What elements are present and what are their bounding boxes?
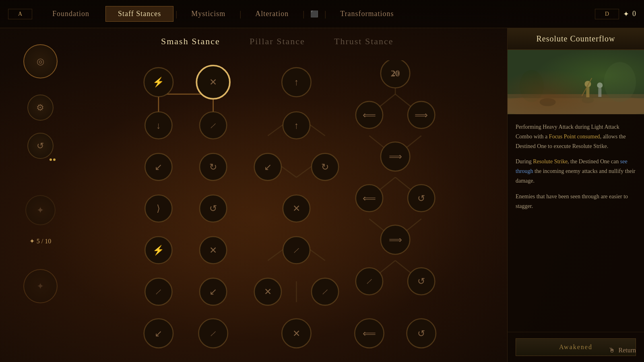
svg-rect-69 [508,50,644,114]
left-sidebar: ◎ ⚙ ↺ ✦ ✦ 5 / 10 ✦ [0,28,80,362]
sidebar-node-2[interactable]: ↺ [27,133,54,159]
pillar-node-2a[interactable]: ↙ [254,153,281,180]
svg-text:⟹: ⟹ [389,151,402,162]
node-dot-1 [50,158,52,161]
thrust-node-2[interactable]: ⟹ [381,142,410,171]
smash-node-2a[interactable]: ↓ [145,112,172,139]
sidebar-bottom-icon: ✦ [37,281,44,292]
nav-corner-right: D [595,9,619,19]
smash-node-6a[interactable]: ⟋ [145,278,172,305]
character-icon: ◎ [23,44,58,78]
desc-2-start: During [516,158,533,165]
smash-node-6b[interactable]: ↙ [200,278,227,305]
svg-rect-74 [508,98,644,114]
pillar-node-5b[interactable]: ⟋ [312,278,339,305]
svg-text:⟋: ⟋ [154,286,163,297]
svg-rect-81 [598,88,601,97]
panel-description: Performing Heavy Attack during Light Att… [508,114,644,332]
svg-text:20: 20 [392,70,399,77]
pillar-node-5a[interactable]: ✕ [254,278,281,305]
nav-item-foundation[interactable]: Foundation [40,6,101,21]
nav-separator-2: | [173,9,179,19]
smash-node-5b[interactable]: ✕ [200,237,227,263]
svg-text:↑: ↑ [294,120,299,131]
sidebar-node-1-icon: ⚙ [36,103,44,113]
svg-text:✕: ✕ [264,286,272,297]
desc-2-end: the incoming enemy attacks and nullify t… [516,168,635,184]
desc-paragraph-3: Enemies that have been seen through are … [516,192,636,211]
nav-item-mysticism[interactable]: Mysticism [179,6,237,21]
panel-scene-svg [508,50,644,114]
pillar-node-top[interactable]: ↑ [282,68,311,97]
smash-node-3a[interactable]: ↙ [145,153,172,180]
thrust-node-6b[interactable]: ↺ [407,319,436,348]
pillar-node-2b[interactable]: ↻ [312,153,339,180]
nav-corner-left: A [8,9,32,19]
svg-point-80 [597,82,603,88]
svg-text:↺: ↺ [417,328,425,339]
nav-item-staff-stances[interactable]: Staff Stances [105,6,173,22]
smash-node-1b[interactable]: ✕ [196,66,230,99]
return-icon: 🖱 [609,347,615,354]
svg-text:↓: ↓ [156,120,161,131]
svg-text:⟋: ⟋ [365,276,374,286]
thrust-node-3a[interactable]: ⟸ [356,185,383,212]
pillar-node-6[interactable]: ✕ [282,319,311,348]
svg-text:⚡: ⚡ [153,245,165,256]
pillar-node-3[interactable]: ✕ [283,195,310,222]
nav-separator-5: | [322,9,328,19]
smash-node-3b[interactable]: ↻ [200,153,227,180]
pillar-node-4[interactable]: ⟋ [283,237,310,263]
nav-items: Foundation Staff Stances | Mysticism | A… [40,6,591,22]
thrust-node-6a[interactable]: ⟸ [355,319,384,348]
svg-text:↻: ↻ [209,162,217,172]
sidebar-node-1[interactable]: ⚙ [27,95,54,121]
right-panel: Resolute Counterflow [507,28,644,362]
svg-point-82 [582,82,606,98]
smash-node-4b[interactable]: ↺ [200,195,227,222]
return-button[interactable]: 🖱 Return [609,347,636,354]
svg-text:⟋: ⟋ [208,120,218,131]
svg-point-77 [584,81,591,87]
thrust-node-1b[interactable]: ⟹ [408,101,435,128]
svg-text:⟋: ⟋ [292,245,301,255]
svg-text:✕: ✕ [293,328,300,339]
desc-paragraph-2: During Resolute Strike, the Destined One… [516,157,636,185]
desc-2-highlight: Resolute Strike [533,158,568,165]
currency-value: 0 [632,10,636,18]
smash-node-2b[interactable]: ⟋ [200,112,227,139]
thrust-node-4[interactable]: ⟹ [381,225,410,254]
svg-text:⟩: ⟩ [157,203,160,214]
svg-line-79 [582,78,592,96]
smash-node-4a[interactable]: ⟩ [145,195,172,222]
sidebar-mid-icon: ✦ [37,205,44,216]
nav-item-transformations[interactable]: Transformations [328,6,406,21]
smash-node-7b[interactable]: ⟋ [198,319,227,348]
nav-right: D ✦ 0 [591,9,636,19]
svg-point-76 [582,97,594,103]
svg-rect-73 [508,94,644,114]
points-display: ✦ 5 / 10 [29,237,51,245]
thrust-node-3b[interactable]: ↺ [408,185,435,212]
svg-rect-78 [586,87,589,97]
smash-node-1a[interactable]: ⚡ [144,68,173,97]
panel-title-bar: Resolute Counterflow [508,28,644,50]
thrust-node-1a[interactable]: ⟸ [356,101,383,128]
thrust-node-5b[interactable]: ↺ [408,268,435,295]
column-header-thrust: Thrust Stance [334,36,394,47]
svg-point-75 [540,98,556,106]
svg-text:⟋: ⟋ [208,328,218,339]
svg-text:⚡: ⚡ [153,76,165,88]
smash-node-7a[interactable]: ↙ [144,319,173,348]
nav-item-alteration[interactable]: Alteration [243,6,301,21]
svg-text:⟸: ⟸ [363,110,376,120]
pillar-node-1[interactable]: ↑ [283,112,310,139]
points-icon: ✦ [29,237,35,245]
smash-node-5a[interactable]: ⚡ [145,237,172,263]
currency-display: ✦ 0 [623,10,636,19]
sidebar-node-mid: ✦ [25,195,56,225]
svg-text:↺: ↺ [417,276,425,286]
thrust-node-5a[interactable]: ⟋ [356,268,383,295]
svg-text:⟸: ⟸ [363,328,376,339]
skill-tree-area: Smash Stance Pillar Stance Thrust Stance [80,28,507,362]
